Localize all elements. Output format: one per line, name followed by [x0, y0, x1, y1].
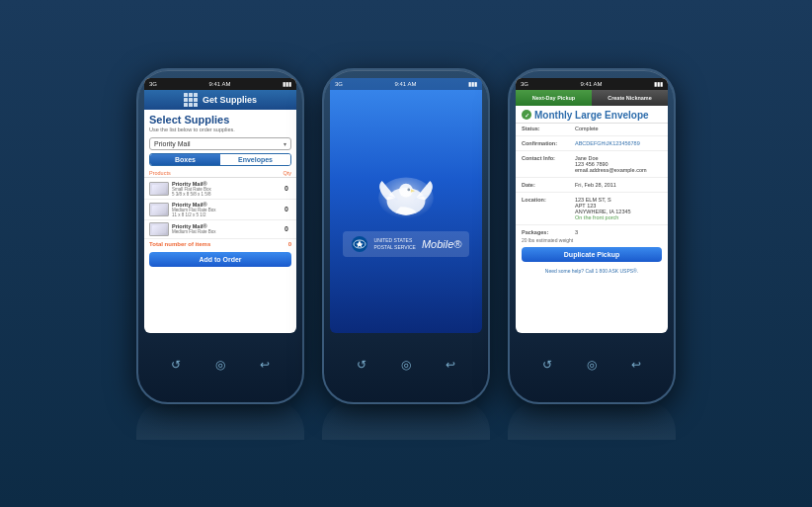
contact-value: Jane Doe 123 456 7890 email.address@exam… — [575, 155, 662, 173]
phone1-status-bar: 3G 9:41 AM ▮▮▮ — [144, 78, 296, 90]
select-supplies-title: Select Supplies — [144, 110, 296, 127]
location-link: On the front porch — [575, 214, 618, 220]
phone3-content: ✓ Monthly Large Envelope Status: Complet… — [516, 106, 668, 333]
date-row: Date: Fri, Feb 28, 2011 — [516, 180, 668, 190]
divider2 — [516, 150, 668, 151]
home-button[interactable]: ◎ — [209, 356, 231, 374]
supply-text-1: Priority Mail® Small Flat Rate Box 5 3/8… — [172, 181, 279, 197]
total-value: 0 — [288, 241, 291, 247]
phone2: 3G 9:41 AM ▮▮▮ — [322, 68, 490, 404]
phone3-home-button[interactable]: ◎ — [581, 356, 603, 374]
total-label: Total number of items — [149, 241, 210, 247]
packages-label: Packages: — [522, 229, 571, 235]
tab-boxes[interactable]: Boxes — [150, 154, 220, 165]
select-supplies-subtitle: Use the list below to order supplies. — [144, 127, 296, 135]
help-row: Need some help? Call 1 800 ASK USPS®. — [516, 266, 668, 276]
next-day-pickup-button[interactable]: Next-Day Pickup — [516, 90, 592, 106]
packages-note: 20 lbs estimated weight — [516, 237, 668, 243]
dropdown-value: Priority Mail — [154, 140, 191, 147]
help-link[interactable]: Call 1 800 ASK USPS®. — [585, 268, 638, 274]
detail-title: Monthly Large Envelope — [534, 110, 649, 121]
phone3-reflection — [508, 400, 676, 440]
phone2-time: 9:41 AM — [395, 81, 417, 87]
divider5 — [516, 224, 668, 225]
supply-qty-2: 0 — [282, 206, 291, 212]
mail-type-dropdown[interactable]: Priority Mail ▾ — [149, 137, 291, 150]
confirmation-label: Confirmation: — [522, 140, 571, 146]
phone3-time: 9:41 AM — [581, 81, 603, 87]
tab-row: Boxes Envelopes — [149, 153, 291, 166]
supply-thumb-3 — [149, 222, 169, 236]
grid-icon — [184, 93, 198, 107]
phone2-signal: 3G — [335, 81, 343, 87]
supply-item-1: Priority Mail® Small Flat Rate Box 5 3/8… — [144, 179, 296, 200]
add-to-order-button[interactable]: Add to Order — [149, 252, 291, 267]
supply-qty-1: 0 — [282, 185, 291, 192]
status-value: Complete — [575, 126, 662, 131]
phone2-back-button[interactable]: ↺ — [351, 356, 372, 374]
col-products: Products — [149, 170, 171, 176]
detail-title-row: ✓ Monthly Large Envelope — [516, 106, 668, 124]
phone3-signal: 3G — [521, 81, 528, 87]
phone3-screen: 3G 9:41 AM ▮▮▮ Next-Day Pickup Create Ni… — [516, 78, 668, 333]
status-row: Status: Complete — [516, 124, 668, 133]
chevron-down-icon: ▾ — [284, 140, 286, 147]
total-row: Total number of items 0 — [144, 239, 296, 249]
supply-item-3: Priority Mail® Medium Flat Rate Box 0 — [144, 220, 296, 239]
supply-qty-3: 0 — [282, 225, 291, 232]
supply-item-2: Priority Mail® Medium Flat Rate Box 11 x… — [144, 200, 296, 220]
phone1-time: 9:41 AM — [209, 81, 231, 87]
supply-text-2: Priority Mail® Medium Flat Rate Box 11 x… — [172, 202, 279, 217]
phone1-reflection — [136, 400, 304, 440]
phone3-wrapper: 3G 9:41 AM ▮▮▮ Next-Day Pickup Create Ni… — [508, 68, 676, 440]
phone2-forward-button[interactable]: ↩ — [440, 356, 461, 374]
tab-envelopes[interactable]: Envelopes — [220, 154, 290, 165]
phone3-forward-button[interactable]: ↩ — [625, 356, 647, 374]
supply-dims-2: 11 x 8 1/2 x 5 1/2 — [172, 212, 279, 217]
contact-label: Contact Info: — [522, 155, 571, 173]
usps-name-line1: UNITED STATES — [374, 237, 416, 244]
usps-small-eagle-icon — [351, 235, 368, 253]
packages-row: Packages: 3 — [516, 227, 668, 237]
phone2-wrapper: 3G 9:41 AM ▮▮▮ — [322, 68, 490, 440]
phone3: 3G 9:41 AM ▮▮▮ Next-Day Pickup Create Ni… — [508, 68, 676, 404]
usps-splash-content: UNITED STATES POSTAL SERVICE Mobile® — [343, 174, 470, 257]
location-value: 123 ELM ST, S APT 123 ANYWHERE, IA 12345… — [575, 197, 662, 220]
phone1-screen: 3G 9:41 AM ▮▮▮ Get Supplies Select Suppl… — [144, 78, 296, 333]
back-button[interactable]: ↺ — [165, 356, 187, 374]
phones-container: 3G 9:41 AM ▮▮▮ Get Supplies Select Suppl… — [136, 68, 676, 440]
phone2-bottom-nav: ↺ ◎ ↩ — [330, 333, 482, 392]
divider3 — [516, 177, 668, 178]
supply-text-3: Priority Mail® Medium Flat Rate Box — [172, 223, 279, 234]
contact-row: Contact Info: Jane Doe 123 456 7890 emai… — [516, 153, 668, 175]
forward-button[interactable]: ↩ — [254, 356, 276, 374]
phone3-status-bar: 3G 9:41 AM ▮▮▮ — [516, 78, 668, 90]
phone3-back-button[interactable]: ↺ — [536, 356, 558, 374]
location-row: Location: 123 ELM ST, S APT 123 ANYWHERE… — [516, 195, 668, 222]
usps-mobile-label: Mobile® — [422, 238, 462, 250]
phone3-header-buttons: Next-Day Pickup Create Nickname — [516, 90, 668, 106]
phone1-app-header: Get Supplies — [144, 90, 296, 110]
phone1-header-label: Get Supplies — [203, 95, 257, 105]
status-label: Status: — [522, 126, 571, 131]
help-text: Need some help? — [545, 268, 584, 274]
divider1 — [516, 135, 668, 136]
phone1-battery: ▮▮▮ — [283, 80, 291, 87]
supply-thumb-1 — [149, 182, 169, 196]
usps-eagle-logo — [371, 174, 441, 223]
phone2-home-button[interactable]: ◎ — [395, 356, 417, 374]
phone2-battery: ▮▮▮ — [468, 80, 477, 87]
phone3-battery: ▮▮▮ — [654, 80, 663, 87]
supply-thumb-2 — [149, 203, 169, 216]
create-nickname-button[interactable]: Create Nickname — [592, 90, 668, 106]
duplicate-pickup-button[interactable]: Duplicate Pickup — [522, 247, 662, 262]
phone1-bottom-nav: ↺ ◎ ↩ — [144, 333, 296, 392]
supply-dims-1: 5 3/8 x 8 5/8 x 1 5/8 — [172, 192, 279, 197]
location-label: Location: — [522, 197, 571, 220]
phone1-wrapper: 3G 9:41 AM ▮▮▮ Get Supplies Select Suppl… — [136, 68, 304, 440]
phone1-signal: 3G — [149, 81, 157, 87]
packages-value: 3 — [575, 229, 662, 235]
divider4 — [516, 192, 668, 193]
phone3-bottom-nav: ↺ ◎ ↩ — [516, 333, 668, 392]
phone2-screen: 3G 9:41 AM ▮▮▮ — [330, 78, 482, 333]
